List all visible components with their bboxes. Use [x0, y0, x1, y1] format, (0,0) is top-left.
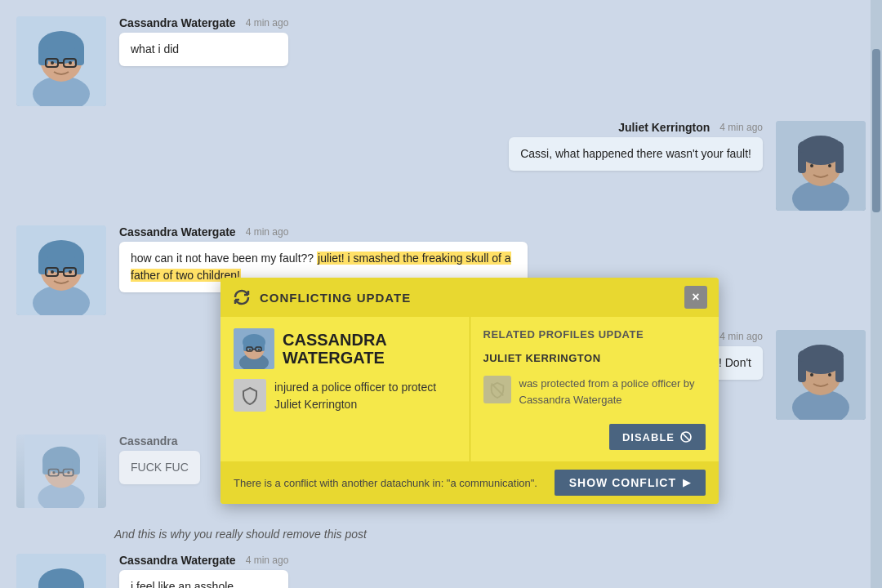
svg-rect-67 — [260, 341, 265, 351]
svg-point-71 — [249, 349, 251, 350]
disable-label: DISABLE — [622, 431, 675, 443]
shield-disabled-icon — [483, 376, 511, 403]
svg-rect-56 — [74, 583, 84, 588]
conflict-close-button[interactable]: × — [684, 286, 707, 309]
avatar-juliet-2 — [776, 330, 866, 420]
disable-button[interactable]: DISABLE — [609, 424, 706, 450]
scrollbar[interactable] — [871, 0, 882, 588]
show-conflict-button[interactable]: SHOW CONFLICT — [555, 470, 706, 496]
message-row: Cassandra Watergate 4 min ago i feel lik… — [0, 554, 882, 588]
related-profiles-title: RELATED PROFILES UPDATE — [483, 328, 706, 341]
conflict-modal-title: CONFLICTING UPDATE — [260, 291, 676, 305]
svg-point-29 — [51, 270, 54, 274]
message-time: 4 min ago — [246, 226, 289, 238]
conflict-modal-header: CONFLICTING UPDATE × — [220, 278, 719, 317]
conflict-left-panel: CASSANDRA WATERGATE injured a police off… — [220, 317, 470, 461]
avatar-cassandra — [16, 16, 106, 106]
conflict-footer-text: There is a conflict with another datachu… — [234, 477, 537, 489]
message-row: Juliet Kerrington 4 min ago Cassi, what … — [0, 121, 882, 211]
message-meta: Cassandra Watergate 4 min ago — [119, 225, 528, 238]
conflict-modal-body: CASSANDRA WATERGATE injured a police off… — [220, 317, 719, 461]
message-bubble-container: Cassandra FUCK FUC — [119, 434, 200, 484]
conflict-person-name: CASSANDRA WATERGATE — [283, 331, 387, 367]
message-time: 4 min ago — [246, 17, 289, 29]
svg-point-10 — [69, 61, 72, 65]
avatar-cassandra-4 — [16, 554, 106, 588]
message-row: Cassandra Watergate 4 min ago what i did — [0, 16, 882, 106]
message-meta: Cassandra — [119, 434, 200, 448]
avatar-cassandra — [16, 225, 106, 315]
message-time: 4 min ago — [246, 555, 289, 566]
sender-name: Juliet Kerrington — [618, 121, 710, 134]
related-event-text: was protected from a police officer by C… — [519, 376, 706, 408]
shield-icon — [234, 379, 266, 412]
svg-point-9 — [51, 61, 54, 65]
message-bubble: FUCK FUC — [119, 451, 200, 484]
svg-line-75 — [682, 433, 690, 441]
svg-point-19 — [828, 164, 831, 167]
svg-rect-4 — [38, 46, 48, 65]
partial-text: And this is why you really should remove… — [114, 528, 367, 541]
related-event: was protected from a police officer by C… — [483, 376, 706, 408]
message-meta: Cassandra Watergate 4 min ago — [119, 16, 288, 29]
svg-point-50 — [67, 471, 69, 474]
conflict-event: injured a police officer to protect Juli… — [234, 379, 457, 413]
svg-rect-55 — [38, 583, 48, 588]
message-text: what i did — [131, 42, 179, 56]
message-text: Cassi, what happened there wasn't your f… — [520, 147, 751, 160]
message-time: 4 min ago — [719, 331, 763, 342]
conflict-modal-footer: There is a conflict with another datachu… — [220, 461, 719, 504]
message-meta: Juliet Kerrington 4 min ago — [618, 121, 763, 134]
svg-point-38 — [810, 373, 813, 376]
svg-point-18 — [810, 164, 813, 167]
message-bubble-container: Cassandra Watergate 4 min ago i feel lik… — [119, 554, 288, 588]
svg-rect-44 — [42, 458, 51, 474]
conflict-person: CASSANDRA WATERGATE — [234, 328, 457, 369]
conflict-event-text: injured a police officer to protect Juli… — [274, 379, 457, 413]
refresh-icon — [232, 287, 252, 307]
conflict-person-avatar — [234, 328, 274, 369]
svg-rect-37 — [798, 350, 844, 362]
message-bubble-container: Cassandra Watergate 4 min ago what i did — [119, 16, 288, 66]
conflict-modal: CONFLICTING UPDATE × — [220, 278, 719, 504]
show-conflict-label: SHOW CONFLICT — [569, 476, 676, 489]
partial-message: And this is why you really should remove… — [0, 523, 882, 546]
related-person-name: JULIET KERRINGTON — [483, 352, 706, 364]
scrollbar-thumb[interactable] — [872, 49, 880, 212]
svg-rect-66 — [243, 341, 248, 351]
message-text: FUCK FUC — [131, 461, 189, 474]
avatar-juliet — [776, 121, 866, 211]
conflict-modal-overlay: CONFLICTING UPDATE × — [220, 278, 719, 504]
sender-name: Cassandra — [119, 434, 178, 448]
svg-point-49 — [52, 471, 55, 474]
svg-point-39 — [828, 373, 831, 376]
message-meta: Cassandra Watergate 4 min ago — [119, 554, 288, 567]
svg-rect-17 — [798, 141, 844, 153]
message-text-before: how can it not have been my fault?? — [131, 252, 317, 265]
disable-icon — [679, 430, 693, 443]
svg-point-72 — [258, 349, 260, 350]
message-time: 4 min ago — [719, 122, 763, 133]
svg-point-30 — [69, 270, 72, 274]
message-bubble: Cassi, what happened there wasn't your f… — [509, 137, 763, 171]
conflict-right-panel: RELATED PROFILES UPDATE JULIET KERRINGTO… — [470, 317, 719, 461]
sender-name: Cassandra Watergate — [119, 16, 236, 29]
sender-name: Cassandra Watergate — [119, 554, 236, 567]
svg-rect-24 — [38, 255, 48, 274]
avatar-cassandra-3 — [16, 434, 106, 508]
message-bubble-container: Juliet Kerrington 4 min ago Cassi, what … — [509, 121, 763, 171]
message-text: i feel like an asshole — [131, 580, 234, 588]
message-bubble: what i did — [119, 33, 288, 66]
sender-name: Cassandra Watergate — [119, 225, 236, 238]
message-bubble: i feel like an asshole — [119, 570, 288, 588]
